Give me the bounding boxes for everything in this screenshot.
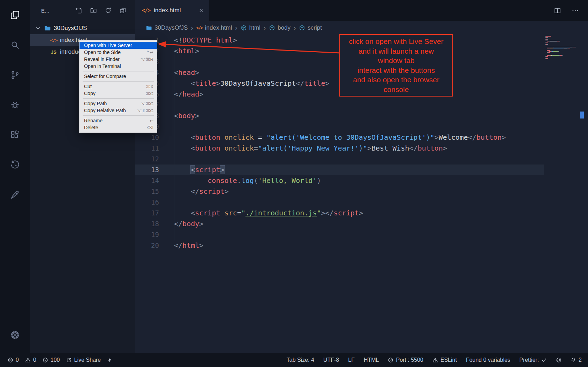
status-variables[interactable]: Found 0 variables [466,357,510,363]
line-content: </script> [159,186,229,197]
minimap-line [545,55,578,55]
status-live-share[interactable]: Live Share [66,357,101,363]
menu-item-rename[interactable]: Rename↩ [80,117,157,124]
status-language-mode[interactable]: HTML [364,357,379,363]
lightning-icon [107,357,113,363]
code-line-19[interactable]: 19 [135,229,544,240]
more-actions-button[interactable] [572,7,579,14]
breadcrumb-body[interactable]: body [269,24,291,31]
vscode-window: E... 30DaysOfJS</>index.htmlJSintroducti… [0,0,588,367]
minimap[interactable] [545,36,578,60]
menu-item-shortcut: ⌥⌘C [141,101,153,106]
activity-item-source-control[interactable] [5,65,25,85]
status-encoding[interactable]: UTF-8 [323,357,339,363]
status-warnings[interactable]: 0 [25,357,36,363]
code-line-13[interactable]: 13 <script> [135,165,544,175]
status-errors[interactable]: 0 [8,357,19,363]
code-line-7[interactable]: 7 [135,100,544,110]
menu-item-copy-relative-path[interactable]: Copy Relative Path⌥⇧⌘C [80,107,157,114]
code-line-9[interactable]: 9 [135,121,544,132]
menu-item-copy-path[interactable]: Copy Path⌥⌘C [80,100,157,107]
code-line-10[interactable]: 10 <button onclick = "alert('Welcome to … [135,132,544,143]
activity-item-explorer[interactable] [5,5,25,25]
annotation-line: click on open with Live Sever [341,37,451,46]
collapse-all-button[interactable] [119,7,126,14]
activity-bar-items [5,5,25,325]
symbol-icon [269,25,275,31]
error-icon [8,357,13,363]
line-content: <!DOCTYPE html> [159,35,237,46]
line-content: </head> [159,89,203,100]
activity-bar [0,0,30,353]
code-line-14[interactable]: 14 console.log('Hello, World') [135,175,544,186]
folder-row-30daysofjs[interactable]: 30DaysOfJS [30,22,135,34]
breadcrumb-html[interactable]: html [241,24,261,31]
code-line-11[interactable]: 11 <button onclick="alert('Happy New Yea… [135,143,544,154]
code-file-icon: </> [196,25,203,31]
status-label: Prettier: [519,357,539,363]
activity-item-search[interactable] [5,35,25,55]
code-line-17[interactable]: 17 <script src="./introduction.js"></scr… [135,208,544,219]
menu-item-label: Copy [84,91,146,96]
menu-item-cut[interactable]: Cut⌘X [80,83,157,90]
menu-item-shortcut: ⌫ [147,125,153,130]
activity-item-feedback[interactable] [5,185,25,205]
activity-item-extensions[interactable] [5,125,25,145]
status-prettier[interactable]: Prettier: [519,357,547,363]
refresh-button[interactable] [105,7,112,14]
refresh-icon [105,7,112,14]
code-line-12[interactable]: 12 [135,154,544,165]
code-line-8[interactable]: 8<body> [135,110,544,121]
menu-item-open-in-terminal[interactable]: Open in Terminal [80,63,157,70]
status-live-server-port[interactable]: Port : 5500 [388,357,423,363]
status-info-count[interactable]: 100 [43,357,60,363]
line-content: <html> [159,46,199,56]
source-control-icon [10,70,20,80]
menu-item-copy[interactable]: Copy⌘C [80,90,157,97]
code-line-18[interactable]: 18</body> [135,219,544,229]
symbol-icon [299,25,305,31]
minimap-line [545,42,578,43]
line-content: <button onclick = "alert('Welcome to 30D… [159,132,506,143]
history-icon [10,160,20,170]
status-feedback-smiley[interactable] [556,357,561,363]
menu-item-open-with-live-server[interactable]: Open with Live Server [80,42,157,49]
line-content: </html> [159,240,203,251]
menu-item-label: Select for Compare [84,74,153,79]
minimap-line [545,43,578,44]
code-line-16[interactable]: 16 [135,197,544,208]
activity-item-run-debug[interactable] [5,95,25,115]
status-quick-run[interactable] [107,357,113,363]
annotation-line: interact with the buttons [341,66,451,75]
activity-item-history[interactable] [5,155,25,175]
status-notifications[interactable]: 2 [571,357,582,363]
line-number: 10 [135,132,159,143]
tab-index-html[interactable]: </>index.html [135,0,209,21]
new-file-button[interactable] [75,7,82,14]
breadcrumb-label: script [308,24,322,31]
split-editor-button[interactable] [554,7,561,14]
status-bar: 00100Live Share Tab Size: 4UTF-8LFHTMLPo… [0,353,588,367]
menu-item-label: Open to the Side [84,49,146,55]
status-eol[interactable]: LF [348,357,355,363]
menu-item-delete[interactable]: Delete⌫ [80,124,157,131]
activity-item-settings[interactable] [5,325,25,345]
breadcrumb-30daysofjs[interactable]: 30DaysOfJS [146,24,188,31]
line-content: <head> [159,67,199,78]
status-eslint[interactable]: ESLint [432,357,457,363]
menu-item-reveal-in-finder[interactable]: Reveal in Finder⌥⌘R [80,56,157,63]
code-line-15[interactable]: 15 </script> [135,186,544,197]
status-label: Tab Size: 4 [287,357,314,363]
status-tab-size[interactable]: Tab Size: 4 [287,357,314,363]
new-folder-button[interactable] [90,7,97,14]
line-number: 18 [135,219,159,229]
code-line-20[interactable]: 20</html> [135,240,544,251]
breadcrumb-index-html[interactable]: </>index.html [196,24,232,31]
minimap-line [545,37,578,38]
breadcrumb-separator: › [190,24,194,32]
close-icon[interactable] [198,7,204,14]
menu-item-open-to-the-side[interactable]: Open to the Side⌃↩ [80,49,157,56]
menu-item-select-for-compare[interactable]: Select for Compare [80,73,157,80]
symbol-icon [241,25,247,31]
breadcrumb-script[interactable]: script [299,24,322,31]
